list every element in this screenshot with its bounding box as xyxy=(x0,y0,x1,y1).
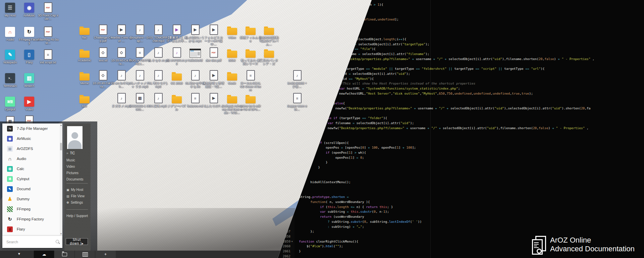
folder-icon xyxy=(79,28,90,35)
desktop-icon-label: 3m29.98839 +(?音… xyxy=(286,82,308,88)
start-menu-item-label: ArOZDFS xyxy=(17,147,33,151)
folder-icon xyxy=(264,28,274,35)
user-name[interactable]: »TC xyxy=(66,151,75,155)
ffmpeg-factory-app-icon: ↻ xyxy=(24,27,34,37)
audio-file-icon: ♪ xyxy=(191,70,200,81)
start-menu-scrollbar[interactable]: ▲ ▼ xyxy=(60,123,62,236)
desktop-icon-label: Cyinput xyxy=(0,108,21,111)
plus-icon: + xyxy=(104,252,107,257)
desktop-icon[interactable]: ♪3m29.98839 +(?音… xyxy=(286,70,308,88)
taskbar-collapse-icon[interactable]: ▼ xyxy=(17,252,21,256)
desktop-icon[interactable]: ✎NotepadA xyxy=(0,50,21,64)
place-icon: ☸ xyxy=(66,201,69,204)
app-icon: ↻ xyxy=(7,216,13,222)
audio-file-icon: ♪ xyxy=(154,93,163,103)
shutdown-button[interactable]: Shut down |▸ xyxy=(66,238,88,245)
cloud-icon: ☁ xyxy=(42,252,46,257)
scroll-up-icon[interactable]: ▲ xyxy=(60,124,62,126)
audio-file-icon: ♪ xyxy=(154,47,163,58)
start-menu-item-label: Dummy xyxy=(17,197,30,201)
film-icon xyxy=(83,252,88,257)
start-menu-item[interactable]: ▮Flary xyxy=(2,224,60,234)
desktop-icon[interactable]: [0808280]活動写真Shアルバム… xyxy=(258,25,280,46)
desktop-icon-label: 3D Point Cap sule… xyxy=(37,14,59,20)
pdf-file-icon: PDF xyxy=(210,47,218,58)
video-app-icon: ▶ xyxy=(24,97,34,107)
app-icon: ∩ xyxy=(7,156,13,162)
desktop-icon[interactable]: ≡init script.txt xyxy=(37,50,59,64)
desktop-icon[interactable]: >_TerminalA xyxy=(0,73,21,88)
terminala-app-icon: >_ xyxy=(5,73,15,83)
audio-file-icon: ♪ xyxy=(154,24,163,35)
scrollbar-thumb[interactable] xyxy=(60,143,62,150)
start-menu-item[interactable]: 7z7-Zip File Manager xyxy=(2,123,60,134)
library-link-video[interactable]: Video xyxy=(66,165,75,168)
code-line: ? subString.substr(0, subString.lastInde… xyxy=(299,219,422,224)
desktop-icon[interactable]: PDFFilterReg Ro bust… xyxy=(37,27,59,45)
webapp-icon xyxy=(190,49,201,58)
desktop-icon[interactable]: ≡ローカルOCAL CD Cover Al bum xyxy=(240,70,261,92)
folder-icon xyxy=(79,51,90,58)
help-support-link[interactable]: Help / Support xyxy=(66,214,88,218)
desktop-icon-label: [0808280]活動写真Shアルバム… xyxy=(258,36,280,46)
place-link-file-view[interactable]: ▤File View xyxy=(66,194,85,198)
desktop-icon[interactable]: ▥WriterA xyxy=(18,73,40,88)
desktop-icon-label: 三月のパンタシア・ガ xyxy=(258,59,280,65)
video-file-icon: ▶ xyxy=(173,24,181,35)
desktop-icon-label: Audio xyxy=(0,38,21,41)
start-menu-app-list: 7z7-Zip File Manager◉AirMusic▤ArOZDFS∩Au… xyxy=(2,123,60,236)
audio-file-icon: ♪ xyxy=(293,70,302,81)
app-icon: ▤ xyxy=(7,146,13,152)
taskbar-folder-tab[interactable] xyxy=(54,251,75,258)
start-menu-item[interactable]: 速Cyinput xyxy=(2,174,60,184)
library-link-pictures[interactable]: Pictures xyxy=(66,171,78,175)
desktop-icon-label: FilterReg Ro bust… xyxy=(37,38,59,45)
desktop-icon-label: init script.txt xyxy=(37,61,59,64)
start-menu-item[interactable]: ∩Audio xyxy=(2,154,60,164)
divider xyxy=(66,209,88,210)
desktop-icon[interactable]: ▯Flary xyxy=(18,50,40,64)
video-file-icon: ▶ xyxy=(191,24,200,35)
desktop-icon[interactable]: ∩Audio xyxy=(0,27,21,41)
search-input[interactable] xyxy=(2,236,62,248)
code-line: function clearRightClickMenu(){ xyxy=(299,239,358,244)
place-link-my-host[interactable]: ▣My Host xyxy=(66,188,83,192)
desktop-icon-label: NotepadA xyxy=(0,61,21,64)
folder-icon xyxy=(227,73,237,81)
start-menu-item[interactable]: ▤ArOZDFS xyxy=(2,144,60,154)
start-menu-item[interactable]: ♟Dummy xyxy=(2,194,60,204)
pdf-file-icon: PDF xyxy=(44,2,52,13)
desktop-icon[interactable]: ◉AirMusic xyxy=(18,3,40,17)
start-menu-item[interactable]: ◉AirMusic xyxy=(2,134,60,144)
taskbar-new-tab[interactable]: + xyxy=(95,251,116,258)
search-icon[interactable] xyxy=(56,240,59,243)
place-icon: ▣ xyxy=(66,188,69,192)
desktop-icon[interactable]: ↻FFmpeg Factory xyxy=(18,27,40,45)
place-link-settings[interactable]: ☸Settings xyxy=(66,201,83,204)
start-menu-item[interactable]: ✎Documd xyxy=(2,184,60,194)
library-link-music[interactable]: Music xyxy=(66,158,75,162)
folder-icon xyxy=(172,73,182,81)
taskbar-film-tab[interactable] xyxy=(74,251,95,258)
desktop-icon[interactable]: bso xyxy=(74,93,95,108)
start-menu-item[interactable]: ↻FFmpeg Factory xyxy=(2,214,60,224)
taskbar-cloud-tab[interactable]: ☁ xyxy=(34,251,54,258)
desktop-icon[interactable]: PDF3D Point Cap sule… xyxy=(37,3,59,20)
desktop-icon[interactable]: ▶Video xyxy=(18,97,40,111)
desktop-icon[interactable]: ≡Supper Mom obi… xyxy=(286,93,308,111)
start-menu-item[interactable]: ⊞Calc xyxy=(2,164,60,174)
scroll-down-icon[interactable]: ▼ xyxy=(60,233,62,235)
desktop-icon[interactable]: voims tre b edlr -=?si of DPs… xyxy=(240,93,261,111)
folder-icon xyxy=(227,51,237,58)
code-fold-icon[interactable]: ▾ xyxy=(291,239,293,244)
library-link-documents[interactable]: Documents xyxy=(66,177,84,181)
desktop-icon[interactable]: 三月のパンタシア・ガ xyxy=(258,48,280,65)
start-menu-item[interactable]: FFmpeg xyxy=(2,204,60,214)
desktop-icon[interactable]: ☰My Host xyxy=(0,3,21,17)
text-file-icon: ≡ xyxy=(136,47,144,58)
desktop-icon[interactable]: 速型Cyinput xyxy=(0,97,21,111)
divider xyxy=(66,183,88,184)
avatar[interactable] xyxy=(67,126,83,149)
code-line: if (this.length <= n) { return this; } xyxy=(299,204,393,209)
code-line: hideAllContextMenu(); xyxy=(299,179,351,185)
